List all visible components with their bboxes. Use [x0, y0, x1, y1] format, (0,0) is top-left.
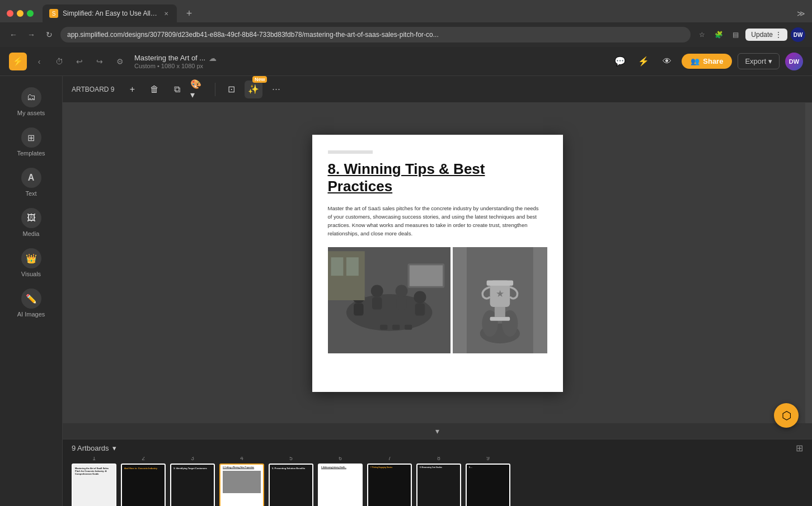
arrange-button[interactable]: ⊡: [222, 81, 240, 98]
thumb-card-2[interactable]: And Here is: Concrete Industry: [121, 464, 166, 507]
bookmark-button[interactable]: ☆: [695, 28, 708, 41]
canvas-toolbar: ARTBOARD 9 + 🗑 ⧉ 🎨 ▾ ⊡ ✨ New ···: [63, 76, 812, 103]
redo-button[interactable]: ↪: [92, 54, 107, 69]
share-button[interactable]: 👥 Share: [682, 54, 732, 69]
text-icon: A: [21, 168, 41, 188]
extensions-button[interactable]: 🧩: [712, 28, 725, 41]
thumb-card-8[interactable]: 8. Showcasing Cost Studies: [416, 464, 461, 507]
thumbnail-5[interactable]: 5 5. Presenting Solution Benefits: [269, 457, 313, 506]
thumb-number-7: 7: [388, 457, 391, 461]
slide-images: ★: [328, 247, 547, 353]
delete-button[interactable]: 🗑: [145, 81, 163, 98]
export-button[interactable]: Export ▾: [738, 53, 780, 69]
artboards-count-button[interactable]: 9 Artboards ▾: [72, 444, 116, 452]
toolbar-more-button[interactable]: ···: [267, 81, 285, 98]
browser-chrome: S Simplified: An Easy to Use All-... ✕ +…: [0, 0, 812, 47]
thumbnail-6[interactable]: 6 6. Addressing Industry Health...: [318, 457, 363, 506]
toolbar-separator: [215, 83, 215, 96]
thumb-card-6[interactable]: 6. Addressing Industry Health...: [318, 464, 363, 507]
filmstrip-grid-button[interactable]: ⊞: [796, 443, 803, 453]
browser-tab-active[interactable]: S Simplified: An Easy to Use All-... ✕: [43, 4, 177, 22]
canvas-viewport[interactable]: 8. Winning Tips & Best Practices Master …: [63, 103, 812, 423]
add-element-button[interactable]: +: [123, 81, 141, 98]
new-tab-button[interactable]: +: [181, 6, 197, 21]
artboard: 8. Winning Tips & Best Practices Master …: [312, 135, 563, 392]
slide-body-text: Master the art of SaaS sales pitches for…: [328, 204, 541, 238]
thumbnail-3[interactable]: 3 3. Identifying Target Customers: [170, 457, 215, 506]
thumbnail-2[interactable]: 2 And Here is: Concrete Industry: [121, 457, 166, 506]
thumb-number-2: 2: [142, 457, 145, 461]
svg-rect-16: [392, 324, 400, 329]
meeting-room-svg: [328, 247, 450, 353]
user-avatar[interactable]: DW: [785, 53, 803, 70]
sidebar-item-my-assets[interactable]: 🗂 My assets: [6, 83, 57, 121]
svg-rect-3: [354, 303, 364, 315]
floating-action-button[interactable]: ⬡: [774, 403, 799, 428]
thumb-card-4[interactable]: 4. Crafting a Winning Value Proposition: [219, 464, 264, 507]
svg-rect-5: [372, 297, 382, 309]
tab-close-button[interactable]: ✕: [162, 10, 170, 17]
svg-rect-9: [415, 303, 425, 315]
thumb-card-5[interactable]: 5. Presenting Solution Benefits: [269, 464, 313, 507]
sidebar: 🗂 My assets ⊞ Templates A Text 🖼 Media 👑…: [0, 76, 63, 506]
magic-button[interactable]: ✨: [245, 81, 262, 98]
forward-button[interactable]: →: [25, 28, 38, 41]
thumb-number-9: 9: [486, 457, 490, 461]
app-logo: ⚡: [9, 53, 27, 70]
address-input[interactable]: [60, 27, 691, 42]
comments-button[interactable]: 💬: [611, 53, 629, 70]
lightning-button[interactable]: ⚡: [635, 53, 653, 70]
thumb-card-1[interactable]: Mastering the Art of SaaS Sales Pitch fo…: [72, 464, 116, 507]
minimize-traffic-light[interactable]: [17, 10, 24, 17]
preview-button[interactable]: 👁: [658, 53, 676, 70]
settings-button[interactable]: ⚙: [112, 54, 128, 69]
svg-rect-11: [409, 265, 442, 286]
sidebar-item-media[interactable]: 🖼 Media: [6, 204, 57, 242]
sidebar-label-templates: Templates: [17, 150, 45, 157]
sidebar-item-visuals[interactable]: 👑 Visuals: [6, 244, 57, 282]
svg-rect-15: [380, 324, 387, 329]
doc-size: Custom • 1080 x 1080 px: [134, 63, 217, 69]
thumb-card-3[interactable]: 3. Identifying Target Customers: [170, 464, 215, 507]
browser-user-avatar[interactable]: DW: [791, 27, 805, 42]
thumbnail-4[interactable]: 4 4. Crafting a Winning Value Propositio…: [219, 457, 264, 506]
back-button[interactable]: ←: [7, 28, 20, 41]
doc-info: Mastering the Art of ... ☁ Custom • 1080…: [134, 54, 217, 69]
svg-rect-17: [405, 324, 412, 329]
history-button[interactable]: ⏱: [51, 54, 67, 69]
tab-more-button[interactable]: ≫: [797, 9, 805, 18]
canvas-scroll-bar[interactable]: [805, 103, 812, 423]
update-button[interactable]: Update ⋮: [745, 29, 787, 41]
svg-text:★: ★: [496, 289, 504, 299]
thumb-card-7[interactable]: 7. Putting Engaging Stories: [367, 464, 412, 507]
trophy-svg: ★: [453, 247, 547, 353]
browser-address-bar: ← → ↻ ☆ 🧩 ▤ Update ⋮ DW: [0, 22, 812, 47]
close-traffic-light[interactable]: [7, 10, 13, 17]
thumbnail-1[interactable]: 1 Mastering the Art of SaaS Sales Pitch …: [72, 457, 116, 506]
header-nav: ‹ ⏱ ↩ ↪ ⚙: [31, 54, 128, 69]
maximize-traffic-light[interactable]: [27, 10, 34, 17]
svg-rect-23: [486, 280, 513, 286]
app-header: ⚡ ‹ ⏱ ↩ ↪ ⚙ Mastering the Art of ... ☁ C…: [0, 47, 812, 76]
back-nav-button[interactable]: ‹: [31, 54, 47, 69]
undo-button[interactable]: ↩: [72, 54, 87, 69]
thumb-card-9[interactable]: 9. ...: [466, 464, 510, 507]
sidebar-toggle[interactable]: ▤: [729, 28, 742, 41]
reload-button[interactable]: ↻: [43, 28, 56, 41]
new-badge: New: [252, 76, 267, 83]
duplicate-button[interactable]: ⧉: [168, 81, 186, 98]
thumb-number-5: 5: [289, 457, 293, 461]
thumb-number-3: 3: [191, 457, 194, 461]
thumb-number-6: 6: [339, 457, 342, 461]
sidebar-label-media: Media: [23, 230, 40, 237]
sidebar-item-text[interactable]: A Text: [6, 163, 57, 201]
thumbnail-9[interactable]: 9 9. ...: [466, 457, 510, 506]
fill-button[interactable]: 🎨 ▾: [190, 81, 208, 98]
canvas-chevron-button[interactable]: ▾: [63, 423, 812, 439]
thumbnail-8[interactable]: 8 8. Showcasing Cost Studies: [416, 457, 461, 506]
artboard-label: ARTBOARD 9: [72, 86, 114, 93]
svg-point-8: [414, 291, 426, 303]
sidebar-item-templates[interactable]: ⊞ Templates: [6, 123, 57, 161]
sidebar-item-ai-images[interactable]: ✏️ AI Images: [6, 284, 57, 322]
thumbnail-7[interactable]: 7 7. Putting Engaging Stories: [367, 457, 412, 506]
